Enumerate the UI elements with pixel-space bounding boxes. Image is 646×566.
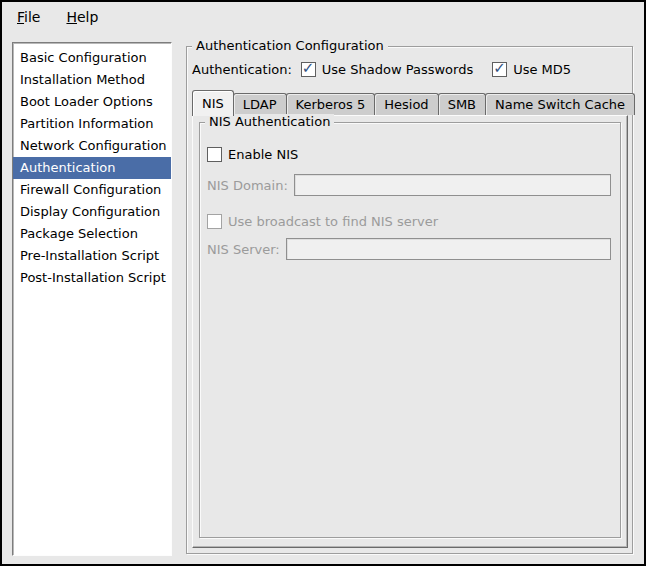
enable-nis-option[interactable]: ✓ Enable NIS [207, 143, 611, 165]
nis-domain-row: NIS Domain: [207, 174, 611, 196]
sidebar-item-post-installation-script[interactable]: Post-Installation Script [13, 267, 171, 289]
enable-nis-checkbox[interactable]: ✓ [207, 147, 222, 162]
use-broadcast-checkbox: ✓ [207, 214, 222, 229]
use-broadcast-label: Use broadcast to find NIS server [228, 214, 438, 229]
check-icon: ✓ [302, 59, 315, 77]
tab-smb[interactable]: SMB [438, 93, 486, 115]
check-icon: ✓ [493, 59, 506, 77]
tab-ldap[interactable]: LDAP [233, 93, 287, 115]
menu-bar: File Help [2, 2, 644, 31]
authentication-configuration-frame: Authentication Configuration Authenticat… [186, 46, 633, 554]
use-md5-label: Use MD5 [513, 62, 571, 77]
nis-server-input [286, 238, 611, 260]
menu-file[interactable]: File [13, 6, 44, 28]
sidebar-item-boot-loader-options[interactable]: Boot Loader Options [13, 91, 171, 113]
sidebar-item-pre-installation-script[interactable]: Pre-Installation Script [13, 245, 171, 267]
use-broadcast-option: ✓ Use broadcast to find NIS server [207, 210, 611, 232]
tab-kerberos5[interactable]: Kerberos 5 [286, 93, 376, 115]
sidebar-item-basic-configuration[interactable]: Basic Configuration [13, 47, 171, 69]
nis-server-label: NIS Server: [207, 242, 280, 257]
nis-authentication-frame: NIS Authentication ✓ Enable NIS NIS Doma… [199, 122, 621, 538]
section-list: Basic Configuration Installation Method … [12, 42, 172, 556]
use-md5-checkbox[interactable]: ✓ [492, 62, 507, 77]
nis-tab-page: NIS Authentication ✓ Enable NIS NIS Doma… [192, 115, 628, 548]
tab-hesiod[interactable]: Hesiod [374, 93, 438, 115]
menu-help[interactable]: Help [62, 6, 102, 28]
kickstart-configurator-window: File Help Basic Configuration Installati… [0, 0, 646, 566]
authentication-label: Authentication: [192, 62, 292, 77]
use-shadow-passwords-checkbox[interactable]: ✓ [301, 62, 316, 77]
auth-tab-strip: NIS LDAP Kerberos 5 Hesiod SMB Name Swit… [192, 89, 634, 115]
sidebar-item-network-configuration[interactable]: Network Configuration [13, 135, 171, 157]
nis-frame-title: NIS Authentication [205, 114, 334, 130]
enable-nis-label: Enable NIS [228, 147, 298, 162]
authentication-options-row: Authentication: ✓ Use Shadow Passwords ✓… [192, 59, 571, 79]
tab-nis[interactable]: NIS [192, 90, 234, 116]
sidebar-item-package-selection[interactable]: Package Selection [13, 223, 171, 245]
sidebar-item-firewall-configuration[interactable]: Firewall Configuration [13, 179, 171, 201]
nis-domain-label: NIS Domain: [207, 178, 288, 193]
nis-server-row: NIS Server: [207, 238, 611, 260]
sidebar-item-display-configuration[interactable]: Display Configuration [13, 201, 171, 223]
sidebar-item-installation-method[interactable]: Installation Method [13, 69, 171, 91]
use-shadow-passwords-option[interactable]: ✓ Use Shadow Passwords [301, 62, 473, 77]
tab-name-switch-cache[interactable]: Name Switch Cache [485, 93, 635, 115]
frame-title: Authentication Configuration [192, 38, 388, 54]
use-shadow-passwords-label: Use Shadow Passwords [322, 62, 473, 77]
use-md5-option[interactable]: ✓ Use MD5 [492, 62, 571, 77]
sidebar-item-authentication[interactable]: Authentication [13, 157, 171, 179]
nis-domain-input [294, 174, 611, 196]
sidebar-item-partition-information[interactable]: Partition Information [13, 113, 171, 135]
